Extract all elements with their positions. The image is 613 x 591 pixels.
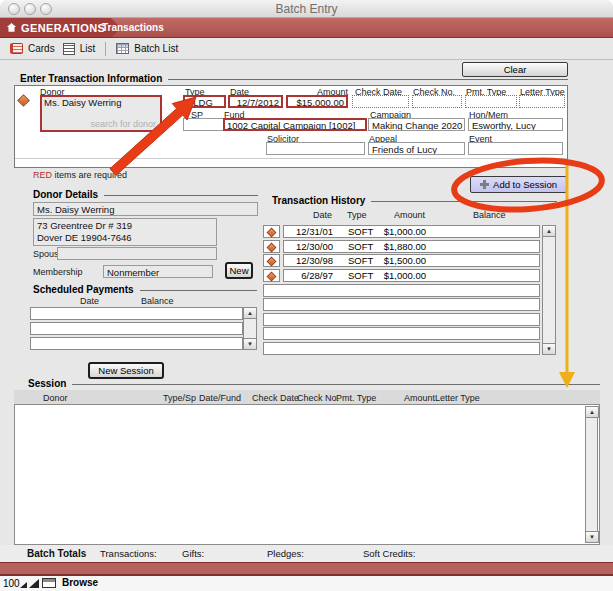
scroll-down-icon[interactable]: ▼ <box>542 343 556 355</box>
donor-details-title: Donor Details <box>33 189 258 200</box>
appeal-field[interactable]: Friends of Lucy <box>368 142 465 155</box>
footer-bar <box>0 562 613 576</box>
entry-inner-divider <box>15 158 567 159</box>
history-date: 12/30/00 <box>286 241 333 252</box>
status-area-toggle-icon[interactable] <box>42 578 56 588</box>
donor-field[interactable]: Ms. Daisy Werring search for donor <box>40 95 162 132</box>
history-amount: $1,000.00 <box>362 270 426 281</box>
spouse-field[interactable] <box>57 247 217 260</box>
scheduled-payment-row[interactable] <box>30 307 243 320</box>
batch-totals-strip: Batch Totals Transactions: Gifts: Pledge… <box>0 545 613 562</box>
donor-value: Ms. Daisy Werring <box>44 97 121 108</box>
list-icon <box>63 43 75 55</box>
scroll-up-icon[interactable]: ▲ <box>585 406 599 418</box>
transaction-history-title: Transaction History <box>272 195 557 206</box>
session-table[interactable]: ▲ ▼ <box>14 404 600 545</box>
session-title: Session <box>28 378 600 389</box>
scheduled-payments-rule <box>140 290 257 291</box>
record-diamond-icon <box>267 243 277 253</box>
scroll-up-icon[interactable]: ▲ <box>542 225 556 237</box>
history-empty-row[interactable] <box>263 298 540 311</box>
scheduled-payments-title: Scheduled Payments <box>33 284 257 295</box>
required-note: RED items are required <box>33 170 127 180</box>
donor-details-title-text: Donor Details <box>33 189 98 200</box>
list-button[interactable]: List <box>63 43 96 55</box>
zoom-level[interactable]: 100 <box>3 578 20 589</box>
record-diamond-icon <box>267 257 277 267</box>
history-date: 12/31/01 <box>286 226 333 237</box>
batch-totals-gifts: Gifts: <box>182 548 204 559</box>
plus-icon <box>480 180 489 189</box>
history-row-diamond-cell[interactable] <box>263 269 280 282</box>
event-field[interactable] <box>468 142 563 155</box>
batch-list-button[interactable]: Batch List <box>116 43 178 54</box>
cards-icon <box>10 43 23 54</box>
donor-address-field[interactable]: 73 Greentree Dr # 319 Dover DE 19904-764… <box>33 218 217 246</box>
add-to-session-button[interactable]: Add to Session <box>470 176 567 193</box>
pmt-type-field[interactable] <box>465 95 517 108</box>
toolbar-separator <box>105 42 106 56</box>
zoom-out-icon[interactable] <box>20 582 27 588</box>
amount-field[interactable]: $15,000.00 <box>286 95 348 108</box>
history-row[interactable]: 12/31/01 SOFT $1,000.00 <box>283 225 540 238</box>
entry-title-rule <box>168 79 568 80</box>
donor-name-field[interactable]: Ms. Daisy Werring <box>33 202 258 216</box>
new-button[interactable]: New <box>225 262 253 279</box>
session-col-donor: Donor <box>43 393 68 403</box>
entry-title-text: Enter Transaction Information <box>20 73 162 84</box>
scheduled-payment-row[interactable] <box>30 337 243 350</box>
membership-field[interactable]: Nonmember <box>103 265 213 278</box>
brand-banner: GENERATIONS <box>0 18 111 38</box>
transaction-history-scrollbar[interactable]: ▲ ▼ <box>542 225 556 355</box>
history-empty-row[interactable] <box>263 313 540 326</box>
scroll-up-icon[interactable]: ▲ <box>243 307 257 319</box>
session-col-check-no: Check No. <box>297 393 339 403</box>
type-field[interactable]: PLDG <box>183 95 226 108</box>
nav-tab-transactions[interactable]: Transactions <box>102 22 164 33</box>
required-note-rest: items are required <box>52 170 127 180</box>
history-amount: $1,000.00 <box>362 226 426 237</box>
scroll-down-icon[interactable]: ▼ <box>243 338 257 350</box>
cards-button[interactable]: Cards <box>10 43 55 54</box>
fund-field[interactable]: 1002 Capital Campaign [1002] <box>223 118 367 131</box>
session-col-check-date: Check Date <box>252 393 299 403</box>
scheduled-payments-scrollbar[interactable]: ▲ ▼ <box>243 307 257 350</box>
check-date-field[interactable] <box>352 95 409 108</box>
batch-list-icon <box>116 43 129 54</box>
history-empty-row[interactable] <box>263 284 540 297</box>
mode-indicator[interactable]: Browse <box>62 577 98 588</box>
check-no-field[interactable] <box>412 95 462 108</box>
history-row-diamond-cell[interactable] <box>263 225 280 238</box>
membership-label: Membership <box>33 267 83 277</box>
scheduled-payment-row[interactable] <box>30 322 243 335</box>
history-row[interactable]: 12/30/98 SOFT $1,500.00 <box>283 254 540 267</box>
new-label: New <box>229 265 248 276</box>
letter-type-field[interactable] <box>519 95 565 108</box>
required-note-red: RED <box>33 170 52 180</box>
campaign-field[interactable]: Making Change 2020 <box>368 118 465 131</box>
th-col-date: Date <box>285 210 332 220</box>
th-col-amount: Amount <box>361 210 425 220</box>
record-diamond-icon <box>267 228 277 238</box>
new-session-label: New Session <box>98 365 153 376</box>
new-session-button[interactable]: New Session <box>88 362 164 379</box>
navbar: GENERATIONS Transactions <box>0 18 613 38</box>
history-empty-row[interactable] <box>263 342 540 355</box>
toolbar: Cards List Batch List <box>0 38 613 60</box>
session-scrollbar[interactable]: ▲ ▼ <box>585 406 598 543</box>
titlebar: Batch Entry <box>0 0 613 18</box>
date-field[interactable]: 12/7/2012 <box>228 95 283 108</box>
history-row-diamond-cell[interactable] <box>263 254 280 267</box>
transaction-history-rule <box>371 201 557 202</box>
window-title: Batch Entry <box>0 2 613 16</box>
scroll-down-icon[interactable]: ▼ <box>585 531 599 543</box>
hon-mem-field[interactable]: Esworthy, Lucy <box>468 118 563 131</box>
history-row[interactable]: 6/28/97 SOFT $1,000.00 <box>283 269 540 282</box>
zoom-in-icon[interactable] <box>29 579 39 588</box>
sp-field[interactable] <box>183 118 226 131</box>
solicitor-field[interactable] <box>266 142 365 155</box>
history-row-diamond-cell[interactable] <box>263 240 280 253</box>
history-row[interactable]: 12/30/00 SOFT $1,880.00 <box>283 240 540 253</box>
batch-totals-transactions: Transactions: <box>100 548 157 559</box>
history-empty-row[interactable] <box>263 327 540 340</box>
